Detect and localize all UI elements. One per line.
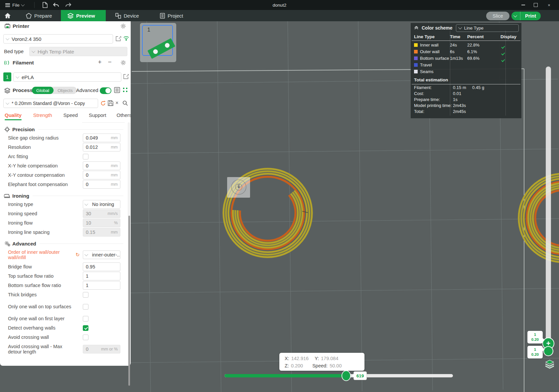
- scrollbar-thumb[interactable]: [128, 216, 130, 386]
- filament-settings-gear-icon[interactable]: [120, 60, 126, 67]
- setting-row: Ironing typeNo ironing: [0, 200, 127, 209]
- input-resolution[interactable]: 0.012mm: [83, 143, 120, 151]
- bed-type-select[interactable]: High Temp Plate: [29, 47, 127, 56]
- scope-global-option[interactable]: Global: [32, 87, 54, 94]
- filament-slot-badge[interactable]: 1: [3, 72, 11, 81]
- estimation-value-2: [472, 97, 521, 103]
- line-type-percent: 69.6%: [467, 56, 500, 61]
- collapse-panel-icon[interactable]: [414, 25, 419, 31]
- undo-button[interactable]: [53, 2, 60, 8]
- estimation-label: Filament:: [414, 85, 453, 91]
- reset-preset-icon[interactable]: [100, 100, 106, 108]
- select-order-of-inner-wall-outer-wall-infill[interactable]: inner-outer-...: [83, 250, 120, 259]
- legend-row-outer-wall: Outer wall6s6.1%: [411, 48, 521, 55]
- input-avoid-crossing-wall-max-detour-length[interactable]: 0mm or %: [83, 345, 120, 353]
- redo-button[interactable]: [65, 2, 72, 8]
- line-type-name: Travel: [414, 62, 450, 67]
- filament-select[interactable]: ePLA: [13, 72, 121, 82]
- legend-divider: [412, 41, 520, 41]
- input-ironing-line-spacing[interactable]: 0.15mm: [83, 228, 120, 237]
- input-bottom-surface-flow-ratio[interactable]: 1: [83, 281, 120, 290]
- panel-scrollbar[interactable]: [128, 122, 130, 365]
- print-dropdown-chevron[interactable]: [511, 12, 520, 20]
- layer-slider[interactable]: [546, 66, 551, 345]
- color-scheme-select[interactable]: Line Type: [456, 24, 519, 32]
- input-slice-gap-closing-radius[interactable]: 0.049mm: [83, 134, 120, 142]
- line-type-time: 24s: [450, 43, 467, 48]
- printer-wifi-icon[interactable]: [123, 36, 129, 42]
- process-preset-select[interactable]: * 0.20mm Standard @Voron - Copy: [3, 99, 98, 108]
- minimize-button[interactable]: [518, 1, 528, 9]
- plate-thumbnail[interactable]: 1: [140, 23, 176, 62]
- checkbox-avoid-crossing-wall[interactable]: [83, 335, 88, 340]
- print-button[interactable]: Print: [511, 12, 541, 20]
- checkbox-arc-fitting[interactable]: [83, 154, 88, 159]
- filament-spool-icon: [4, 60, 10, 65]
- line-type-name: Bottom surface: [414, 56, 450, 61]
- setting-row: X-Y hole compensation0mm: [0, 161, 127, 170]
- checkbox-detect-overhang-walls[interactable]: [83, 325, 88, 331]
- maximize-button[interactable]: [531, 1, 541, 9]
- close-button[interactable]: ×: [544, 1, 554, 9]
- process-scope-toggle[interactable]: Global Objects: [32, 87, 77, 94]
- input-unit: mm: [111, 145, 118, 149]
- tab-support[interactable]: Support: [89, 112, 106, 120]
- file-menu-button[interactable]: File: [3, 1, 27, 9]
- printer-edit-icon[interactable]: [115, 36, 122, 42]
- input-ironing-flow[interactable]: 10%: [83, 219, 120, 227]
- checkbox-thick-bridges[interactable]: [83, 292, 88, 298]
- tab-strength[interactable]: Strength: [33, 112, 52, 120]
- estimation-label: Total:: [414, 109, 453, 115]
- tab-preview[interactable]: Preview: [61, 10, 106, 21]
- checkbox-only-one-wall-on-top-surfaces[interactable]: [83, 304, 88, 310]
- input-x-y-contour-compensation[interactable]: 0mm: [83, 171, 120, 179]
- tab-device[interactable]: Device: [109, 10, 146, 21]
- new-project-button[interactable]: [41, 2, 49, 8]
- add-filament-button[interactable]: +: [97, 58, 103, 66]
- input-unit: mm or %: [101, 347, 118, 351]
- home-button[interactable]: [2, 11, 13, 20]
- input-unit: mm/s: [107, 211, 118, 216]
- reset-icon[interactable]: ↻: [75, 252, 81, 258]
- filament-edit-icon[interactable]: [123, 73, 129, 80]
- tab-prepare[interactable]: Prepare: [19, 10, 59, 21]
- move-slider-knob[interactable]: [342, 370, 351, 381]
- printer-select[interactable]: Voron2.4 350: [3, 34, 113, 44]
- settings-panel: Printer Voron2.4 350 Bed type High Temp …: [0, 21, 131, 366]
- compare-presets-icon[interactable]: [122, 87, 128, 94]
- input-bridge-flow[interactable]: 0.95: [83, 262, 120, 271]
- checkbox-only-one-wall-on-first-layer[interactable]: [83, 316, 88, 322]
- layer-slider-bottom-handle[interactable]: [543, 346, 553, 356]
- section-header-ironing: Ironing: [0, 192, 127, 200]
- advanced-toggle[interactable]: [100, 87, 111, 94]
- tab-speed[interactable]: Speed: [64, 112, 78, 120]
- home-icon: [4, 13, 11, 19]
- input-elephant-foot-compensation[interactable]: 0mm: [83, 180, 120, 189]
- input-top-surface-flow-ratio[interactable]: 1: [83, 272, 120, 280]
- delete-preset-icon[interactable]: ×: [115, 100, 118, 106]
- scope-objects-option[interactable]: Objects: [54, 87, 77, 94]
- select-ironing-type[interactable]: No ironing: [83, 200, 120, 209]
- chevron-down-icon: [458, 26, 462, 29]
- input-x-y-hole-compensation[interactable]: 0mm: [83, 161, 120, 170]
- tab-project[interactable]: Project: [153, 10, 190, 21]
- input-value: 0: [86, 172, 88, 178]
- save-preset-icon[interactable]: [108, 100, 113, 107]
- search-preset-icon[interactable]: [122, 100, 128, 107]
- line-type-percent: 6.1%: [467, 49, 500, 54]
- tab-others[interactable]: Others: [117, 112, 132, 120]
- tab-quality[interactable]: Quality: [5, 112, 22, 120]
- settings-scroll-area: PrecisionSlice gap closing radius0.049mm…: [0, 121, 127, 356]
- printer-settings-gear-icon[interactable]: [120, 23, 126, 30]
- line-type-time: 6s: [450, 49, 467, 54]
- slice-button[interactable]: Slice: [486, 12, 509, 20]
- setting-list-icon[interactable]: [114, 87, 120, 94]
- remove-filament-button[interactable]: −: [107, 58, 113, 66]
- layers-view-icon[interactable]: [545, 359, 555, 369]
- chevron-down-icon: [16, 75, 19, 78]
- gcode-move-slider[interactable]: 619: [224, 374, 453, 377]
- chevron-down-icon: [6, 101, 9, 105]
- input-ironing-speed[interactable]: 30mm/s: [83, 209, 120, 218]
- input-value: 0: [86, 163, 88, 168]
- advanced-toggle-label: Advanced: [76, 87, 98, 93]
